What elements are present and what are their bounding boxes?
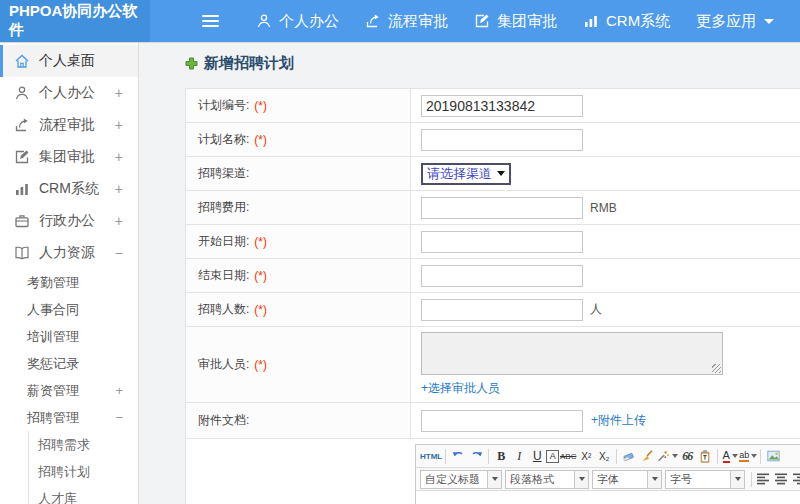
editor-html-button[interactable]: HTML xyxy=(420,447,442,465)
redo-icon[interactable] xyxy=(467,447,485,465)
sidebar-item-group-approval[interactable]: 集团审批 + xyxy=(0,141,138,173)
plan-number-input[interactable] xyxy=(421,95,583,117)
field-label-text: 结束日期: xyxy=(198,267,249,284)
flow-icon xyxy=(365,13,381,29)
field-label: 招聘人数: (*) xyxy=(186,293,411,326)
font-family-dropdown[interactable]: 字体 xyxy=(592,470,662,489)
bold-button[interactable]: B xyxy=(492,447,510,465)
sidebar-subitem-recruitment[interactable]: 招聘管理 − xyxy=(0,404,138,431)
align-right-icon[interactable] xyxy=(791,470,800,488)
subitem-label: 人才库 xyxy=(38,490,77,504)
required-marker: (*) xyxy=(254,269,267,283)
subscript-button[interactable]: X₂ xyxy=(595,447,613,465)
expand-plus-icon: + xyxy=(115,383,123,398)
expand-plus-icon: + xyxy=(115,213,123,229)
caret-down-icon xyxy=(574,471,588,488)
sidebar-item-label: 个人办公 xyxy=(39,84,95,102)
plan-name-input[interactable] xyxy=(421,129,583,151)
align-left-icon[interactable] xyxy=(755,470,773,488)
sidebar-item-crm[interactable]: CRM系统 + xyxy=(0,173,138,205)
sidebar-item-label: 集团审批 xyxy=(39,148,95,166)
superscript-button[interactable]: X² xyxy=(577,447,595,465)
caret-down-icon xyxy=(764,19,774,24)
insert-image-icon[interactable] xyxy=(764,447,782,465)
sidebar-subitem-salary[interactable]: 薪资管理 + xyxy=(0,377,138,404)
field-label: 开始日期: (*) xyxy=(186,225,411,258)
field-label-text: 附件文档: xyxy=(198,412,249,429)
sidebar-item-admin-office[interactable]: 行政办公 + xyxy=(0,205,138,237)
blockquote-button[interactable]: 66 xyxy=(678,447,696,465)
sidebar-subitem-rewards[interactable]: 奖惩记录 xyxy=(0,350,138,377)
field-label-text: 招聘人数: xyxy=(198,301,249,318)
field-label-text: 开始日期: xyxy=(198,233,249,250)
subitem-label: 招聘需求 xyxy=(38,436,90,454)
hamburger-menu-icon[interactable] xyxy=(202,12,219,30)
channel-select[interactable]: 请选择渠道 xyxy=(421,163,511,185)
dropdown-value: 字号 xyxy=(666,472,730,487)
nav-item-crm[interactable]: CRM系统 xyxy=(570,0,683,42)
sidebar-item-desktop[interactable]: 个人桌面 xyxy=(0,45,138,77)
font-border-button[interactable]: A xyxy=(546,450,559,463)
custom-heading-dropdown[interactable]: 自定义标题 xyxy=(420,470,502,489)
editor-toolbar-row2: 自定义标题 段落格式 字体 字号 xyxy=(416,468,800,491)
attachment-input[interactable] xyxy=(421,410,583,432)
auto-typeset-wand-icon[interactable] xyxy=(656,447,678,465)
nav-item-label: 更多应用 xyxy=(696,12,756,31)
sidebar-item-label: 个人桌面 xyxy=(39,52,95,70)
align-center-icon[interactable] xyxy=(773,470,791,488)
undo-icon[interactable] xyxy=(449,447,467,465)
sidebar-item-personal-office[interactable]: 个人办公 + xyxy=(0,77,138,109)
font-color-button[interactable]: A xyxy=(721,447,739,465)
sidebar-item-workflow-approval[interactable]: 流程审批 + xyxy=(0,109,138,141)
page: { "colors": { "header_blue": "#4d9bea", … xyxy=(0,0,800,504)
strikethrough-button[interactable]: ABC xyxy=(559,447,577,465)
paragraph-format-dropdown[interactable]: 段落格式 xyxy=(505,470,589,489)
approvers-textarea[interactable] xyxy=(421,332,723,375)
headcount-input[interactable] xyxy=(421,299,583,321)
sidebar-subitem-recruit-plan[interactable]: 招聘计划 xyxy=(29,458,138,485)
format-brush-icon[interactable] xyxy=(638,447,656,465)
nav-item-more-apps[interactable]: 更多应用 xyxy=(683,0,787,42)
subitem-label: 招聘计划 xyxy=(38,463,90,481)
form-row-approvers: 审批人员: (*) +选择审批人员 xyxy=(186,327,800,403)
resize-grip-icon[interactable] xyxy=(712,364,721,373)
subitem-label: 奖惩记录 xyxy=(27,355,79,373)
sidebar-subitem-attendance[interactable]: 考勤管理 xyxy=(0,269,138,296)
sidebar-item-hr[interactable]: 人力资源 − xyxy=(0,237,138,269)
editor-content-area[interactable] xyxy=(416,491,800,504)
form-table: 计划编号: (*) 计划名称: (*) 招聘渠道: 请选择渠道 xyxy=(185,88,800,504)
paste-icon[interactable] xyxy=(696,447,714,465)
caret-down-icon xyxy=(487,471,501,488)
eraser-icon[interactable] xyxy=(620,447,638,465)
start-date-input[interactable] xyxy=(421,231,583,253)
font-size-dropdown[interactable]: 字号 xyxy=(665,470,745,489)
nav-item-workflow-approval[interactable]: 流程审批 xyxy=(352,0,461,42)
toolbar-separator xyxy=(488,449,489,464)
sidebar-subitem-recruit-demand[interactable]: 招聘需求 xyxy=(29,431,138,458)
expand-plus-icon: + xyxy=(115,85,123,101)
italic-button[interactable]: I xyxy=(510,447,528,465)
select-approvers-link[interactable]: +选择审批人员 xyxy=(421,380,500,397)
nav-item-personal-office[interactable]: 个人办公 xyxy=(243,0,352,42)
collapse-minus-icon: − xyxy=(115,410,123,425)
field-label: 计划名称: (*) xyxy=(186,123,411,156)
sidebar-item-label: 人力资源 xyxy=(39,244,95,262)
nav-item-label: CRM系统 xyxy=(606,12,670,31)
end-date-input[interactable] xyxy=(421,265,583,287)
attachment-upload-link[interactable]: +附件上传 xyxy=(591,412,646,429)
sidebar-subitem-training[interactable]: 培训管理 xyxy=(0,323,138,350)
subitem-label: 薪资管理 xyxy=(27,382,79,400)
sidebar-subitem-talent-pool[interactable]: 人才库 xyxy=(29,485,138,504)
chart-icon xyxy=(14,181,30,197)
highlight-color-button[interactable]: ab xyxy=(739,447,757,465)
sidebar-subitem-hr-contract[interactable]: 人事合同 xyxy=(0,296,138,323)
subitem-label: 人事合同 xyxy=(27,301,79,319)
app-logo: PHPOA协同办公软件 xyxy=(0,0,150,42)
form-row-start-date: 开始日期: (*) xyxy=(186,225,800,259)
cost-input[interactable] xyxy=(421,197,583,219)
nav-item-group-approval[interactable]: 集团审批 xyxy=(461,0,570,42)
underline-button[interactable]: U xyxy=(528,447,546,465)
expand-plus-icon: + xyxy=(115,149,123,165)
required-marker: (*) xyxy=(254,133,267,147)
form-row-attachment: 附件文档: +附件上传 xyxy=(186,403,800,439)
